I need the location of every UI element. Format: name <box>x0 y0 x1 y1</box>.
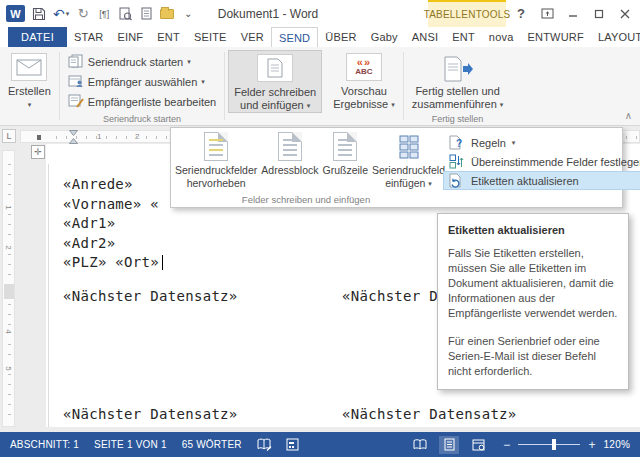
write-insert-fields-dropdown: Seriendruckfelder hervorheben Adressbloc… <box>170 127 623 208</box>
match-fields-label: Übereinstimmende Felder festlegen <box>471 156 640 168</box>
ribbon-display-options-button[interactable] <box>536 4 558 24</box>
tab-datei[interactable]: DATEI <box>8 27 67 47</box>
finish-merge-button[interactable]: Fertig stellen und zusammenführen ▾ <box>407 50 509 113</box>
next-record-field[interactable]: «Nächster Datensatz» <box>342 405 517 425</box>
start-mail-merge-label: Seriendruck starten <box>88 56 183 68</box>
print-preview-button[interactable] <box>118 6 132 22</box>
preview-results-label-2: Ergebnisse <box>333 98 388 110</box>
save-button[interactable] <box>32 6 46 22</box>
zoom-slider[interactable] <box>518 444 580 445</box>
tab-ueberpruefen[interactable]: ÜBER <box>318 27 363 47</box>
redo-button[interactable]: ↻ <box>76 6 90 22</box>
start-mail-merge-button[interactable]: Seriendruck starten ▾ <box>65 52 219 71</box>
finish-merge-label-2: zusammenführen <box>412 98 497 110</box>
insert-merge-field-label-2: einfügen <box>385 177 425 189</box>
tab-tools-layout[interactable]: LAYOUT <box>591 27 640 47</box>
match-fields-icon <box>449 154 465 169</box>
table-move-handle[interactable]: ✛ <box>31 145 45 159</box>
window-controls: ? <box>510 0 636 27</box>
quick-document-button[interactable] <box>139 6 153 22</box>
quick-access-toolbar: W ↶▾ ↻ [¶] ⌄ <box>0 5 195 22</box>
minimize-button[interactable] <box>562 4 584 24</box>
tab-gaby[interactable]: Gaby <box>364 27 405 47</box>
section-indicator[interactable]: ABSCHNITT: 1 <box>10 439 79 450</box>
merge-field-adr1[interactable]: «Adr1» <box>63 215 115 231</box>
undo-dropdown-arrow[interactable]: ▾ <box>66 10 70 18</box>
abc-icon: ABC <box>355 67 372 76</box>
address-block-label: Adressblock <box>261 164 318 177</box>
merge-field-adr2[interactable]: «Adr2» <box>63 235 115 251</box>
page-indicator[interactable]: SEITE 1 VON 1 <box>94 439 167 450</box>
zoom-percentage[interactable]: 120% <box>604 439 630 450</box>
start-mail-merge-icon <box>68 54 84 69</box>
tab-ansi[interactable]: ANSI <box>405 27 445 47</box>
tab-tools-entwurf[interactable]: ENTWURF <box>520 27 590 47</box>
column-marker[interactable] <box>37 135 41 140</box>
read-mode-button[interactable] <box>410 436 430 454</box>
print-layout-button[interactable] <box>439 436 459 454</box>
update-labels-menu-item[interactable]: Etiketten aktualisieren <box>443 171 640 190</box>
merge-field-vorname[interactable]: «Vorname» « <box>63 196 159 212</box>
tooltip-paragraph: Falls Sie Etiketten erstellen, müssen Si… <box>448 246 618 321</box>
preview-results-button[interactable]: «»ABC Vorschau Ergebnisse ▾ <box>328 50 400 113</box>
qat-customize-button[interactable]: ⌄ <box>181 6 195 22</box>
panel-group-label: Felder schreiben und einfügen <box>171 194 441 205</box>
tab-ent[interactable]: ENT <box>445 27 482 47</box>
tab-stop-selector[interactable]: L <box>2 129 16 143</box>
document-title: Dokument1 - Word <box>213 0 323 27</box>
finish-merge-arrow: ▾ <box>500 101 504 108</box>
tab-seite[interactable]: SEITE <box>187 27 234 47</box>
macro-recording-icon[interactable] <box>286 438 299 451</box>
ruler-number: 2 <box>135 132 139 141</box>
web-layout-button[interactable] <box>468 436 488 454</box>
format-marks-button[interactable]: [¶] <box>97 6 111 22</box>
finish-group-label: Fertig stellen <box>404 114 512 124</box>
tab-sendungen[interactable]: SEND <box>271 27 318 47</box>
rules-arrow: ▾ <box>512 139 516 147</box>
tooltip-paragraph: Für einen Serienbrief oder eine Serien-E… <box>448 334 618 379</box>
zoom-out-button[interactable]: − <box>503 438 510 452</box>
match-fields-menu-item[interactable]: Übereinstimmende Felder festlegen <box>443 152 640 171</box>
zoom-in-button[interactable]: + <box>588 438 595 452</box>
create-dropdown-arrow: ▾ <box>28 98 32 111</box>
indent-marker[interactable] <box>69 130 78 144</box>
rules-icon: ? <box>449 135 465 150</box>
zoom-slider-handle[interactable] <box>552 439 556 450</box>
insert-merge-field-arrow: ▾ <box>428 180 432 187</box>
tab-verweise[interactable]: VER <box>234 27 271 47</box>
undo-button[interactable]: ↶▾ <box>53 6 69 22</box>
merge-field-lines[interactable]: «Anrede»«Vorname» ««Adr1»«Adr2»«PLZ» «Or… <box>63 175 159 273</box>
proofing-status-icon[interactable] <box>257 438 272 451</box>
tab-einfuegen[interactable]: EINF <box>110 27 150 47</box>
word-count[interactable]: 65 WÖRTER <box>182 439 242 450</box>
edit-recipient-list-button[interactable]: Empfängerliste bearbeiten <box>65 92 219 111</box>
close-button[interactable] <box>614 4 636 24</box>
next-record-field[interactable]: «Nächster Datensatz» <box>63 405 238 425</box>
update-labels-icon <box>449 173 465 188</box>
help-button[interactable]: ? <box>510 4 532 24</box>
tab-start[interactable]: STAR <box>67 27 110 47</box>
ribbon: Erstellen ▾ Seriendruck starten ▾ E <box>0 47 640 126</box>
tooltip-title: Etiketten aktualisieren <box>448 224 618 236</box>
rules-menu-item[interactable]: ? Regeln ▾ <box>443 133 640 152</box>
merge-field-plz-ort[interactable]: «PLZ» «Ort» <box>63 254 159 270</box>
collapse-ribbon-button[interactable]: ∧ <box>625 110 632 121</box>
highlight-merge-fields-label-2: hervorheben <box>187 177 246 190</box>
tab-entwurf[interactable]: ENT <box>150 27 187 47</box>
write-insert-fields-button[interactable]: Felder schreiben und einfügen ▾ <box>228 50 322 113</box>
restore-button[interactable] <box>588 4 610 24</box>
select-recipients-icon <box>68 74 84 89</box>
word-logo-icon[interactable]: W <box>6 5 25 22</box>
create-label: Erstellen <box>8 85 51 98</box>
panel-menu: ? Regeln ▾ Übereinstimmende Felder festl… <box>441 128 640 207</box>
tab-nova[interactable]: nova <box>482 27 521 47</box>
next-record-field[interactable]: «Nächster Datensatz» <box>63 287 238 307</box>
undo-icon: ↶ <box>53 6 65 22</box>
select-recipients-button[interactable]: Empfänger auswählen ▾ <box>65 72 219 91</box>
edit-recipient-list-icon <box>68 94 84 109</box>
merge-field-anrede[interactable]: «Anrede» <box>63 176 133 192</box>
create-button[interactable]: Erstellen ▾ <box>3 50 56 113</box>
insert-merge-field-icon <box>397 132 421 161</box>
preview-results-group: «»ABC Vorschau Ergebnisse ▾ <box>325 47 403 125</box>
open-folder-button[interactable] <box>160 9 174 19</box>
